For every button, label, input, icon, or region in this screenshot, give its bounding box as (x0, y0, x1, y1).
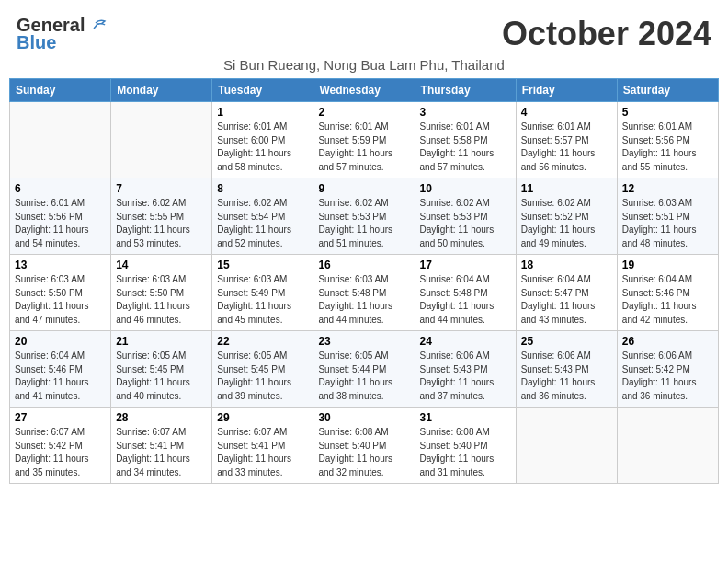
day-info: Sunrise: 6:01 AM Sunset: 5:58 PM Dayligh… (420, 121, 511, 174)
calendar-cell: 28Sunrise: 6:07 AM Sunset: 5:41 PM Dayli… (111, 408, 212, 484)
day-number: 6 (15, 182, 106, 195)
day-number: 2 (318, 106, 409, 119)
calendar-cell: 14Sunrise: 6:03 AM Sunset: 5:50 PM Dayli… (111, 255, 212, 331)
day-info: Sunrise: 6:04 AM Sunset: 5:47 PM Dayligh… (521, 273, 612, 327)
logo-blue: Blue (17, 32, 56, 53)
day-info: Sunrise: 6:07 AM Sunset: 5:41 PM Dayligh… (116, 426, 207, 479)
day-number: 3 (420, 106, 511, 119)
day-number: 5 (622, 106, 713, 119)
day-number: 10 (420, 182, 511, 195)
day-number: 26 (622, 335, 713, 348)
calendar-cell: 23Sunrise: 6:05 AM Sunset: 5:44 PM Dayli… (313, 331, 415, 408)
calendar-body: 1Sunrise: 6:01 AM Sunset: 6:00 PM Daylig… (10, 102, 719, 484)
day-number: 17 (420, 259, 511, 271)
day-info: Sunrise: 6:03 AM Sunset: 5:48 PM Dayligh… (318, 273, 409, 327)
day-number: 25 (521, 335, 612, 348)
day-info: Sunrise: 6:05 AM Sunset: 5:45 PM Dayligh… (116, 350, 207, 403)
day-number: 11 (521, 182, 612, 195)
weekday-header-row: SundayMondayTuesdayWednesdayThursdayFrid… (10, 79, 719, 102)
calendar-cell: 9Sunrise: 6:02 AM Sunset: 5:53 PM Daylig… (313, 178, 415, 255)
calendar-week-3: 13Sunrise: 6:03 AM Sunset: 5:50 PM Dayli… (10, 255, 719, 331)
calendar-cell: 13Sunrise: 6:03 AM Sunset: 5:50 PM Dayli… (10, 255, 111, 331)
day-info: Sunrise: 6:06 AM Sunset: 5:43 PM Dayligh… (420, 350, 511, 403)
day-info: Sunrise: 6:01 AM Sunset: 5:56 PM Dayligh… (622, 121, 713, 174)
calendar-cell: 5Sunrise: 6:01 AM Sunset: 5:56 PM Daylig… (617, 102, 718, 178)
weekday-header-friday: Friday (516, 79, 617, 102)
day-number: 20 (15, 335, 106, 348)
calendar-cell: 10Sunrise: 6:02 AM Sunset: 5:53 PM Dayli… (415, 178, 516, 255)
calendar-cell: 18Sunrise: 6:04 AM Sunset: 5:47 PM Dayli… (516, 255, 617, 331)
calendar-cell: 25Sunrise: 6:06 AM Sunset: 5:43 PM Dayli… (516, 331, 617, 408)
day-info: Sunrise: 6:03 AM Sunset: 5:50 PM Dayligh… (15, 273, 106, 327)
day-number: 15 (217, 259, 308, 271)
calendar-cell (111, 102, 212, 178)
calendar-cell: 29Sunrise: 6:07 AM Sunset: 5:41 PM Dayli… (212, 408, 313, 484)
day-number: 22 (217, 335, 308, 348)
weekday-header-tuesday: Tuesday (212, 79, 313, 102)
calendar-cell (10, 102, 111, 178)
calendar-cell: 8Sunrise: 6:02 AM Sunset: 5:54 PM Daylig… (212, 178, 313, 255)
day-number: 19 (622, 259, 713, 271)
day-number: 12 (622, 182, 713, 195)
weekday-header-wednesday: Wednesday (313, 79, 415, 102)
day-number: 31 (420, 411, 511, 424)
calendar-week-2: 6Sunrise: 6:01 AM Sunset: 5:56 PM Daylig… (10, 178, 719, 255)
calendar-cell: 15Sunrise: 6:03 AM Sunset: 5:49 PM Dayli… (212, 255, 313, 331)
calendar-cell (516, 408, 617, 484)
day-info: Sunrise: 6:03 AM Sunset: 5:51 PM Dayligh… (622, 197, 713, 250)
day-info: Sunrise: 6:06 AM Sunset: 5:43 PM Dayligh… (521, 350, 612, 403)
day-number: 16 (318, 259, 409, 271)
day-info: Sunrise: 6:02 AM Sunset: 5:55 PM Dayligh… (116, 197, 207, 250)
calendar-cell: 7Sunrise: 6:02 AM Sunset: 5:55 PM Daylig… (111, 178, 212, 255)
weekday-header-monday: Monday (111, 79, 212, 102)
calendar-cell: 4Sunrise: 6:01 AM Sunset: 5:57 PM Daylig… (516, 102, 617, 178)
day-number: 18 (521, 259, 612, 271)
day-number: 23 (318, 335, 409, 348)
day-number: 4 (521, 106, 612, 119)
day-number: 29 (217, 411, 308, 424)
day-number: 28 (116, 411, 207, 424)
day-info: Sunrise: 6:07 AM Sunset: 5:41 PM Dayligh… (217, 426, 308, 479)
calendar-cell: 20Sunrise: 6:04 AM Sunset: 5:46 PM Dayli… (10, 331, 111, 408)
calendar-cell: 12Sunrise: 6:03 AM Sunset: 5:51 PM Dayli… (617, 178, 718, 255)
day-number: 14 (116, 259, 207, 271)
day-info: Sunrise: 6:03 AM Sunset: 5:50 PM Dayligh… (116, 273, 207, 327)
calendar-cell: 11Sunrise: 6:02 AM Sunset: 5:52 PM Dayli… (516, 178, 617, 255)
day-number: 21 (116, 335, 207, 348)
day-number: 9 (318, 182, 409, 195)
calendar-cell: 19Sunrise: 6:04 AM Sunset: 5:46 PM Dayli… (617, 255, 718, 331)
day-info: Sunrise: 6:07 AM Sunset: 5:42 PM Dayligh… (15, 426, 106, 479)
day-info: Sunrise: 6:06 AM Sunset: 5:42 PM Dayligh… (622, 350, 713, 403)
weekday-header-thursday: Thursday (415, 79, 516, 102)
day-number: 13 (15, 259, 106, 271)
day-number: 30 (318, 411, 409, 424)
calendar-cell: 16Sunrise: 6:03 AM Sunset: 5:48 PM Dayli… (313, 255, 415, 331)
day-info: Sunrise: 6:04 AM Sunset: 5:46 PM Dayligh… (622, 273, 713, 327)
day-info: Sunrise: 6:02 AM Sunset: 5:53 PM Dayligh… (318, 197, 409, 250)
weekday-header-saturday: Saturday (617, 79, 718, 102)
day-info: Sunrise: 6:02 AM Sunset: 5:52 PM Dayligh… (521, 197, 612, 250)
day-info: Sunrise: 6:02 AM Sunset: 5:54 PM Dayligh… (217, 197, 308, 250)
day-info: Sunrise: 6:04 AM Sunset: 5:48 PM Dayligh… (420, 273, 511, 327)
calendar-cell: 24Sunrise: 6:06 AM Sunset: 5:43 PM Dayli… (415, 331, 516, 408)
calendar-cell: 2Sunrise: 6:01 AM Sunset: 5:59 PM Daylig… (313, 102, 415, 178)
calendar-cell: 30Sunrise: 6:08 AM Sunset: 5:40 PM Dayli… (313, 408, 415, 484)
weekday-header-sunday: Sunday (10, 79, 111, 102)
location-subtitle: Si Bun Rueang, Nong Bua Lam Phu, Thailan… (9, 57, 719, 73)
calendar-cell: 27Sunrise: 6:07 AM Sunset: 5:42 PM Dayli… (10, 408, 111, 484)
page-header: General Blue October 2024 (9, 9, 719, 53)
month-title: October 2024 (502, 15, 711, 53)
day-info: Sunrise: 6:04 AM Sunset: 5:46 PM Dayligh… (15, 350, 106, 403)
logo-bird-icon (88, 17, 108, 34)
day-info: Sunrise: 6:08 AM Sunset: 5:40 PM Dayligh… (318, 426, 409, 479)
calendar-cell: 31Sunrise: 6:08 AM Sunset: 5:40 PM Dayli… (415, 408, 516, 484)
calendar-cell: 22Sunrise: 6:05 AM Sunset: 5:45 PM Dayli… (212, 331, 313, 408)
calendar-week-4: 20Sunrise: 6:04 AM Sunset: 5:46 PM Dayli… (10, 331, 719, 408)
calendar-cell: 1Sunrise: 6:01 AM Sunset: 6:00 PM Daylig… (212, 102, 313, 178)
day-info: Sunrise: 6:01 AM Sunset: 5:56 PM Dayligh… (15, 197, 106, 250)
calendar-cell: 26Sunrise: 6:06 AM Sunset: 5:42 PM Dayli… (617, 331, 718, 408)
day-number: 7 (116, 182, 207, 195)
day-number: 8 (217, 182, 308, 195)
calendar-cell: 17Sunrise: 6:04 AM Sunset: 5:48 PM Dayli… (415, 255, 516, 331)
calendar-week-1: 1Sunrise: 6:01 AM Sunset: 6:00 PM Daylig… (10, 102, 719, 178)
